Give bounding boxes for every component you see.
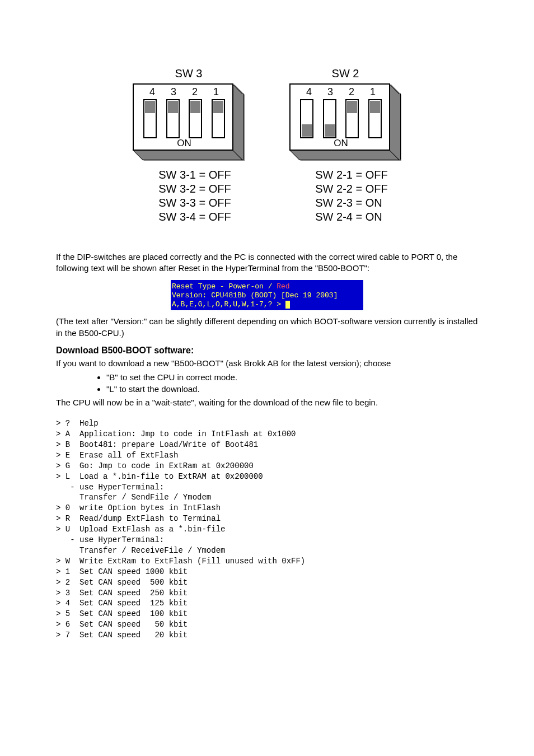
dip-switch-bank: SW 24321ONSW 2-1 = OFFSW 2-2 = OFFSW 2-3… (287, 67, 404, 223)
dip-slot (166, 99, 180, 138)
dip-on-label: ON (134, 138, 235, 149)
dip-knob (325, 124, 335, 137)
dip-title: SW 3 (175, 67, 203, 80)
terminal-line3: A,B,E,G,L,O,R,U,W,1-7,? > (172, 300, 285, 309)
dip-state-line: SW 3-1 = OFF (158, 169, 231, 181)
dip-slot (368, 99, 382, 138)
dip-state-line: SW 3-4 = OFF (158, 211, 231, 223)
terminal-line1-red: Red (277, 282, 289, 291)
dip-state-line: SW 2-1 = OFF (315, 169, 387, 181)
cursor-icon (285, 301, 290, 309)
dip-slot (143, 99, 157, 138)
bullet-item: "B" to set the CPU in correct mode. (106, 371, 478, 383)
bullet-item: "L" to start the download. (106, 383, 478, 395)
dip-slot (212, 99, 225, 138)
dip-state-line: SW 3-2 = OFF (158, 183, 231, 195)
dip-number: 4 (149, 86, 155, 98)
dip-slot (300, 99, 313, 138)
dip-title: SW 2 (332, 67, 359, 80)
dip-body: 4321ON (289, 83, 401, 162)
dip-knob (213, 101, 223, 113)
dip-number: 2 (349, 86, 354, 98)
dip-knob (168, 101, 178, 113)
dip-number: 1 (213, 86, 219, 98)
dip-slot (345, 99, 359, 138)
dip-state-line: SW 2-4 = ON (315, 211, 382, 223)
dip-switch-bank: SW 34321ONSW 3-1 = OFFSW 3-2 = OFFSW 3-3… (130, 67, 247, 223)
dip-state-line: SW 3-3 = OFF (158, 197, 231, 209)
dip-slot (323, 99, 336, 138)
post-terminal-note: (The text after "Version:" can be slight… (56, 316, 478, 339)
dip-state-line: SW 2-2 = OFF (315, 183, 387, 195)
dip-knob (145, 101, 155, 113)
dip-knob (347, 101, 357, 113)
terminal-line1-prefix: Reset Type - Power-on / (172, 282, 277, 291)
dip-knob (302, 124, 312, 137)
section-heading: Download B500-BOOT software: (56, 346, 478, 356)
dip-knob (190, 101, 200, 113)
terminal-screenshot: Reset Type - Power-on / Red Version: CPU… (171, 280, 363, 311)
dip-slot (189, 99, 202, 138)
dip-knob (370, 101, 380, 113)
dip-number: 2 (192, 86, 198, 98)
terminal-line2: Version: CPU481Bb (BOOT) [Dec 19 2003] (172, 291, 338, 300)
dip-number: 3 (327, 86, 333, 98)
dip-number: 3 (171, 86, 176, 98)
intro-text: If the DIP-switches are placed correctly… (56, 251, 478, 274)
dip-body: 4321ON (133, 83, 245, 162)
help-text-block: > ? Help > A Application: Jmp to code in… (56, 418, 478, 641)
dip-on-label: ON (291, 138, 391, 149)
dip-number: 1 (370, 86, 376, 98)
dip-state-line: SW 2-3 = ON (315, 197, 382, 209)
dip-number: 4 (306, 86, 312, 98)
after-bullets-text: The CPU will now be in a "wait-state", w… (56, 397, 478, 408)
section-paragraph: If you want to download a new "B500-BOOT… (56, 358, 478, 369)
